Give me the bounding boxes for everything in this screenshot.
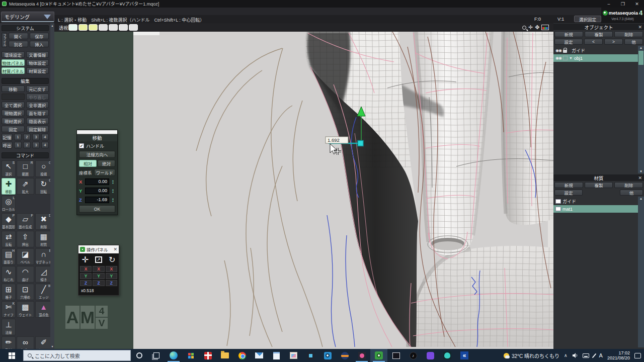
- select-current-object-button[interactable]: 現物選択: [2, 110, 25, 116]
- object-prev-button[interactable]: <: [584, 39, 603, 45]
- scroll-up-icon[interactable]: ▲: [638, 197, 644, 200]
- zoom-icon[interactable]: [522, 26, 526, 30]
- move-tool-icon[interactable]: ✛: [82, 255, 89, 264]
- x-spinner[interactable]: ▲▼: [111, 179, 115, 184]
- mail-button[interactable]: [251, 349, 268, 362]
- cmd-weight[interactable]: ▩ ウェイト: [17, 301, 34, 318]
- cortana-button[interactable]: [131, 349, 148, 362]
- paint-app-button[interactable]: [285, 349, 302, 362]
- cmd-rotate[interactable]: ↻ 回転 C: [35, 178, 53, 195]
- mode-dropdown[interactable]: モデリング: [1, 12, 54, 22]
- memory-slot-2[interactable]: 2: [23, 134, 31, 140]
- material-row-guide[interactable]: ガイド: [553, 198, 638, 205]
- close-button[interactable]: ✕: [630, 0, 644, 8]
- move-dialog-title[interactable]: 移動: [77, 134, 117, 141]
- view-toggle-7[interactable]: [129, 24, 138, 31]
- chrome-button[interactable]: [233, 349, 251, 362]
- material-duplicate-button[interactable]: 複製: [585, 182, 613, 188]
- close-icon[interactable]: ✕: [638, 25, 642, 30]
- selection-lock-button[interactable]: 選択固定: [574, 16, 601, 22]
- material-other-button[interactable]: 他: [620, 190, 643, 196]
- deselect-all-button[interactable]: 全非選択: [26, 102, 49, 108]
- cmd-material-assign[interactable]: ▦ 材質: [35, 231, 53, 247]
- op-x-1[interactable]: X: [80, 266, 92, 272]
- cmd-knife[interactable]: ✄ ナイフ K: [2, 301, 16, 318]
- dialog-grip[interactable]: [77, 130, 117, 134]
- material-list-scrollbar[interactable]: ▲: [638, 197, 644, 347]
- cmd-delete[interactable]: ✖ 削除 D: [35, 213, 53, 230]
- show-hidden-button[interactable]: 隠面表示: [26, 118, 49, 124]
- visibility-eye-icon[interactable]: ◉◉: [555, 48, 561, 53]
- pan-icon[interactable]: ✛: [528, 24, 533, 31]
- y-spinner[interactable]: ▲▼: [111, 189, 115, 193]
- op-z-3[interactable]: Z: [106, 280, 117, 286]
- memory-slot-1[interactable]: 1: [14, 134, 22, 140]
- view-toggle-1[interactable]: [68, 24, 77, 31]
- menu-item[interactable]: [100, 8, 107, 15]
- op-z-1[interactable]: Z: [80, 280, 92, 286]
- move-button[interactable]: 移動: [2, 85, 25, 92]
- gift-app-button[interactable]: [199, 349, 216, 362]
- cmd-lattice[interactable]: ⊞ 格子: [2, 284, 16, 300]
- miku-app-button[interactable]: [439, 349, 456, 362]
- material-settings-button[interactable]: 材質設定: [26, 67, 49, 74]
- cmd-bend[interactable]: ◠ 曲げ: [17, 266, 34, 283]
- op-y-2[interactable]: Y: [93, 273, 104, 279]
- scale-tool-icon[interactable]: ↗: [95, 256, 102, 263]
- action-center-icon[interactable]: [634, 353, 641, 358]
- select-all-button[interactable]: 全て選択: [2, 102, 25, 108]
- recall-label[interactable]: 呼出: [2, 142, 13, 148]
- lock-icon[interactable]: [563, 50, 567, 53]
- z-value-field[interactable]: -1.69: [85, 197, 109, 203]
- op-y-1[interactable]: Y: [80, 273, 92, 279]
- cmd-lasso[interactable]: ○ 投縄 G: [35, 160, 53, 177]
- op-x-2[interactable]: X: [93, 266, 104, 272]
- edge-button[interactable]: [165, 349, 182, 362]
- cmd-scale[interactable]: ⇗ 拡大: [17, 178, 34, 195]
- undo-button[interactable]: 元に戻す: [26, 85, 49, 92]
- command-section-header[interactable]: コマンド: [2, 152, 49, 158]
- view-toggle-4[interactable]: [99, 24, 108, 31]
- op-z-2[interactable]: Z: [93, 280, 104, 286]
- aviutl-button[interactable]: [336, 349, 353, 362]
- save-as-button[interactable]: 別名: [9, 41, 28, 47]
- cmd-primitive[interactable]: ◆ 基本図形 P: [2, 213, 16, 230]
- memory-slot-4[interactable]: 4: [41, 134, 49, 140]
- cmd-extrude[interactable]: ⇧ 押出: [17, 231, 34, 247]
- redo-button[interactable]: やり直し: [26, 94, 49, 100]
- scroll-up-icon[interactable]: ▲: [638, 46, 644, 49]
- y-value-field[interactable]: 0.00: [85, 188, 109, 194]
- recall-slot-3[interactable]: 3: [32, 142, 40, 148]
- speaker-icon[interactable]: [572, 352, 578, 358]
- cmd-face-fill[interactable]: ▤ 面張り H: [2, 248, 16, 265]
- object-new-button[interactable]: 新規: [554, 31, 583, 37]
- memory-slot-3[interactable]: 3: [32, 134, 40, 140]
- view-toggle-3[interactable]: [89, 24, 98, 31]
- material-swatch[interactable]: [555, 199, 561, 204]
- cmd-normal[interactable]: ⊥ 法線: [2, 319, 16, 335]
- absolute-toggle[interactable]: 絶対: [98, 160, 115, 167]
- scroll-thumb[interactable]: [638, 51, 643, 65]
- start-button[interactable]: [0, 349, 23, 362]
- object-checkbox[interactable]: [563, 56, 568, 60]
- cmd-tilt[interactable]: ◿ 傾き: [35, 266, 53, 283]
- material-swatch[interactable]: [555, 207, 561, 211]
- z-spinner[interactable]: ▲▼: [111, 198, 115, 202]
- view-toggle-5[interactable]: [109, 24, 118, 31]
- material-settings-button[interactable]: 設定: [554, 190, 583, 196]
- object-duplicate-button[interactable]: 複製: [585, 31, 613, 37]
- material-row-mat1[interactable]: mat1: [553, 205, 638, 213]
- cmd-fill-hole[interactable]: ⊡ 穴埋め: [17, 284, 34, 300]
- insert-button[interactable]: 挿入: [30, 41, 49, 47]
- touch-keyboard-icon[interactable]: [583, 353, 589, 358]
- material-new-button[interactable]: 新規: [554, 182, 583, 188]
- photos-app-button[interactable]: [302, 349, 319, 362]
- minimize-button[interactable]: –: [602, 0, 616, 8]
- cmd-magnet[interactable]: ∩ マグネット B: [35, 248, 53, 265]
- file-explorer-button[interactable]: [216, 349, 233, 362]
- view-toggle-2[interactable]: [78, 24, 88, 31]
- viewport-3d[interactable]: 1.692: [133, 32, 553, 349]
- close-icon[interactable]: ✕: [638, 175, 642, 180]
- orbit-icon[interactable]: ✥: [535, 24, 539, 31]
- menu-item[interactable]: [114, 8, 121, 15]
